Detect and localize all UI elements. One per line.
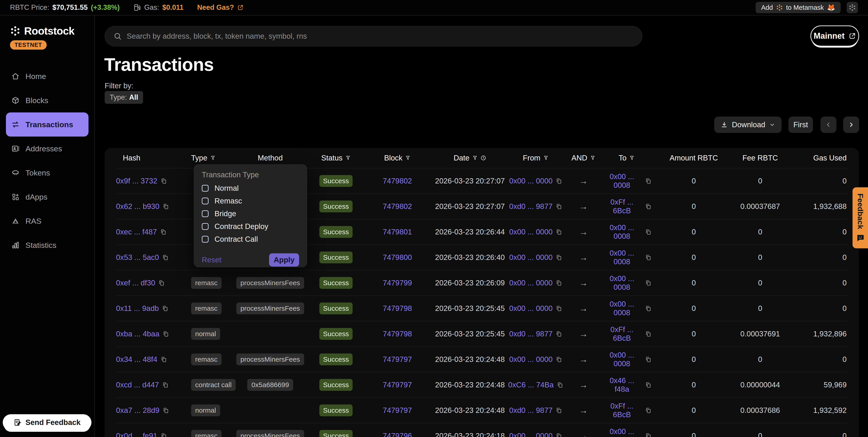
to-address-link[interactable]: 0x00 ... 0008 [602, 300, 642, 317]
to-address-link[interactable]: 0x00 ... 0008 [602, 223, 642, 240]
checkbox[interactable] [202, 185, 209, 192]
block-link[interactable]: 7479797 [383, 355, 412, 364]
checkbox[interactable] [202, 198, 209, 204]
from-address-link[interactable]: 0xd0 ... 9877 [509, 406, 553, 415]
sidebar-item-blocks[interactable]: Blocks [6, 88, 89, 112]
checkbox[interactable] [202, 236, 209, 243]
tx-hash-link[interactable]: 0xec ... f487 [116, 228, 157, 236]
brand[interactable]: Rootstock [10, 25, 94, 37]
from-address-link[interactable]: 0x00 ... 0000 [509, 279, 553, 287]
send-feedback-button[interactable]: Send Feedback [3, 414, 91, 431]
to-address-link[interactable]: 0x00 ... 0008 [602, 427, 642, 437]
copy-icon[interactable] [163, 407, 169, 414]
copy-icon[interactable] [162, 381, 168, 388]
option-normal[interactable]: Normal [202, 182, 299, 195]
copy-icon[interactable] [556, 432, 562, 437]
copy-icon[interactable] [645, 305, 651, 312]
type-filter-chip[interactable]: Type: All [105, 91, 143, 104]
add-to-metamask-button[interactable]: Add to Metamask 🦊 [756, 2, 841, 13]
sidebar-item-ras[interactable]: RAS [6, 209, 89, 233]
block-link[interactable]: 7479798 [383, 329, 412, 338]
option-contract-call[interactable]: Contract Call [202, 233, 299, 245]
from-address-link[interactable]: 0xd0 ... 9877 [509, 329, 553, 338]
download-button[interactable]: Download [714, 117, 781, 133]
copy-icon[interactable] [162, 305, 168, 312]
copy-icon[interactable] [645, 330, 651, 337]
copy-icon[interactable] [556, 203, 562, 210]
tx-hash-link[interactable]: 0x53 ... 5ac0 [116, 253, 159, 262]
copy-icon[interactable] [556, 305, 562, 312]
copy-icon[interactable] [645, 280, 651, 286]
filter-funnel-icon[interactable] [472, 155, 478, 161]
block-link[interactable]: 7479798 [383, 304, 412, 313]
copy-icon[interactable] [161, 356, 167, 363]
copy-icon[interactable] [557, 381, 563, 388]
copy-icon[interactable] [556, 407, 562, 414]
rootstock-collective-button[interactable] [847, 2, 858, 13]
from-address-link[interactable]: 0xC6 ... 74Ba [508, 381, 554, 389]
block-link[interactable]: 7479797 [383, 406, 412, 415]
copy-icon[interactable] [556, 356, 562, 363]
to-address-link[interactable]: 0xFf ... 6BcB [602, 325, 642, 343]
option-contract-deploy[interactable]: Contract Deploy [202, 220, 299, 233]
tx-hash-link[interactable]: 0xcd ... d447 [116, 381, 159, 389]
to-address-link[interactable]: 0x46 ... f48a [602, 376, 642, 394]
copy-icon[interactable] [645, 432, 651, 437]
apply-button[interactable]: Apply [269, 253, 299, 266]
copy-icon[interactable] [162, 254, 168, 261]
filter-funnel-icon[interactable] [543, 155, 549, 161]
block-link[interactable]: 7479802 [383, 177, 412, 185]
block-link[interactable]: 7479799 [383, 279, 412, 287]
copy-icon[interactable] [163, 203, 169, 210]
block-link[interactable]: 7479797 [383, 381, 412, 389]
sidebar-item-home[interactable]: Home [6, 64, 89, 88]
tx-hash-link[interactable]: 0x9f ... 3732 [116, 177, 157, 185]
block-link[interactable]: 7479801 [383, 228, 412, 236]
copy-icon[interactable] [645, 254, 651, 261]
checkbox[interactable] [202, 210, 209, 217]
copy-icon[interactable] [645, 203, 651, 210]
checkbox[interactable] [202, 223, 209, 230]
filter-funnel-icon[interactable] [629, 155, 634, 161]
from-address-link[interactable]: 0x00 ... 0000 [509, 177, 553, 185]
block-link[interactable]: 7479800 [383, 253, 412, 262]
feedback-tab[interactable]: Feedback [852, 187, 868, 248]
from-address-link[interactable]: 0x00 ... 0000 [509, 355, 553, 364]
to-address-link[interactable]: 0x00 ... 0008 [602, 351, 642, 368]
filter-funnel-icon[interactable] [405, 155, 410, 161]
tx-hash-link[interactable]: 0x62 ... b930 [116, 202, 159, 211]
copy-icon[interactable] [645, 407, 651, 414]
copy-icon[interactable] [645, 381, 651, 388]
copy-icon[interactable] [645, 229, 651, 235]
first-page-button[interactable]: First [788, 117, 813, 133]
copy-icon[interactable] [161, 432, 167, 437]
sidebar-item-dapps[interactable]: dApps [6, 185, 89, 209]
to-address-link[interactable]: 0x00 ... 0008 [602, 172, 642, 190]
sidebar-item-tokens[interactable]: Tokens [6, 161, 89, 185]
tx-hash-link[interactable]: 0x0d ... fe91 [116, 432, 157, 437]
from-address-link[interactable]: 0x00 ... 0000 [509, 304, 553, 313]
option-bridge[interactable]: Bridge [202, 207, 299, 220]
need-gas-link[interactable]: Need Gas? [197, 3, 244, 11]
search-bar[interactable] [105, 26, 642, 47]
copy-icon[interactable] [645, 177, 651, 184]
mainnet-switch-button[interactable]: Mainnet [810, 26, 859, 47]
filter-funnel-icon[interactable] [210, 155, 216, 161]
copy-icon[interactable] [160, 229, 166, 235]
search-input[interactable] [127, 32, 633, 40]
to-address-link[interactable]: 0x00 ... 0008 [602, 249, 642, 266]
copy-icon[interactable] [161, 177, 167, 184]
copy-icon[interactable] [556, 254, 562, 261]
previous-page-button[interactable] [820, 117, 836, 133]
copy-icon[interactable] [645, 356, 651, 363]
from-address-link[interactable]: 0x00 ... 0000 [509, 253, 553, 262]
tx-hash-link[interactable]: 0xba ... 4baa [116, 329, 159, 338]
tx-hash-link[interactable]: 0x34 ... 48f4 [116, 355, 157, 364]
option-remasc[interactable]: Remasc [202, 195, 299, 207]
filter-funnel-icon[interactable] [345, 155, 351, 161]
sidebar-item-addresses[interactable]: Addresses [6, 137, 89, 161]
tx-hash-link[interactable]: 0xa7 ... 28d9 [116, 406, 159, 415]
block-link[interactable]: 7479796 [383, 432, 412, 437]
filter-funnel-icon[interactable] [590, 155, 595, 161]
to-address-link[interactable]: 0xFf ... 6BcB [602, 198, 642, 215]
